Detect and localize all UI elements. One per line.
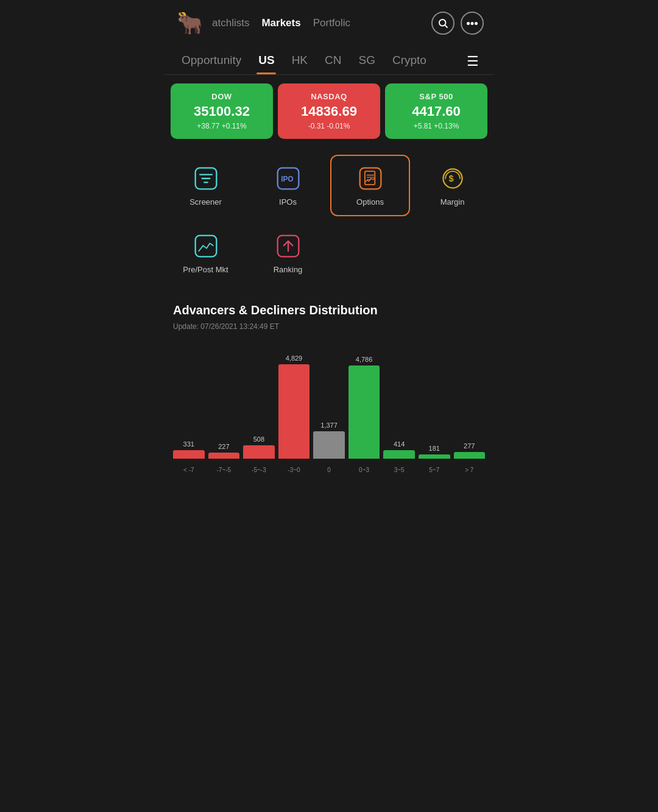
ranking-icon <box>274 232 302 260</box>
bar-count-5to3: 508 <box>253 436 264 443</box>
tab-cn[interactable]: CN <box>317 49 348 74</box>
bar-5to7: 181 5~7 <box>419 343 450 459</box>
nasdaq-name: NASDAQ <box>311 92 347 101</box>
dow-name: DOW <box>211 92 232 101</box>
bar-rect-7to5 <box>208 453 240 459</box>
bar-3to0: 4,829 -3~0 <box>278 343 310 459</box>
nav-markets[interactable]: Markets <box>255 17 306 29</box>
more-button[interactable] <box>461 12 484 35</box>
bar-5to3: 508 -5~-3 <box>243 343 275 459</box>
tab-us[interactable]: US <box>251 49 281 74</box>
nav-portfolio[interactable]: Portfolic <box>307 17 356 29</box>
tab-sg[interactable]: SG <box>352 49 383 74</box>
nav-items: atchlists Markets Portfolic <box>206 17 426 29</box>
bar-count-0to3: 4,786 <box>356 356 373 363</box>
bar-rect-lt7 <box>173 450 205 459</box>
svg-text:🐂: 🐂 <box>177 10 201 35</box>
bar-label-lt7: < -7 <box>183 467 194 473</box>
chart-update: Update: 07/26/2021 13:24:49 ET <box>173 322 485 331</box>
prepost-label: Pre/Post Mkt <box>183 265 228 274</box>
svg-point-6 <box>475 22 478 25</box>
bar-count-3to5: 414 <box>394 440 405 448</box>
tool-prepost[interactable]: Pre/Post Mkt <box>164 224 247 283</box>
bar-rect-5to3 <box>243 445 275 459</box>
svg-text:$: $ <box>448 174 453 183</box>
tab-crypto[interactable]: Crypto <box>385 49 434 74</box>
tool-screener[interactable]: Screener <box>164 154 247 217</box>
bar-rect-3to5 <box>383 450 415 459</box>
bar-label-5to7: 5~7 <box>429 467 439 473</box>
search-button[interactable] <box>431 12 455 35</box>
svg-rect-14 <box>364 171 374 185</box>
bar-count-7to5: 227 <box>218 443 229 450</box>
bar-count-lt7: 331 <box>183 440 194 448</box>
bar-label-5to3: -5~-3 <box>252 467 266 473</box>
bar-rect-0to3 <box>348 365 380 459</box>
tool-ranking[interactable]: Ranking <box>247 224 329 283</box>
options-label: Options <box>356 197 384 207</box>
bar-7to5: 227 -7~-5 <box>208 343 240 459</box>
bar-3to5: 414 3~5 <box>383 343 415 459</box>
bar-count-5to7: 181 <box>429 445 440 452</box>
tab-hk[interactable]: HK <box>285 49 315 74</box>
tab-opportunity[interactable]: Opportunity <box>174 49 249 74</box>
svg-point-4 <box>467 22 470 25</box>
market-card-sp500[interactable]: S&P 500 4417.60 +5.81 +0.13% <box>385 83 487 139</box>
bar-count-gt7: 277 <box>464 442 475 450</box>
bar-count-3to0: 4,829 <box>286 355 303 362</box>
bar-rect-5to7 <box>419 454 450 459</box>
sp500-change: +5.81 +0.13% <box>414 122 459 130</box>
sp500-value: 4417.60 <box>412 104 461 119</box>
bar-rect-gt7 <box>454 452 486 459</box>
tool-spacer <box>329 224 494 283</box>
bar-chart: 331 < -7 227 -7~-5 508 -5~-3 4,829 -3~0 … <box>173 343 485 477</box>
nasdaq-change: -0.31 -0.01% <box>308 122 350 130</box>
screener-label: Screener <box>189 197 222 207</box>
header: 🐂 atchlists Markets Portfolic <box>164 0 494 44</box>
bar-rect-zero <box>313 431 345 459</box>
nasdaq-value: 14836.69 <box>301 104 357 119</box>
tool-options[interactable]: Options <box>330 155 410 216</box>
bar-gt7: 277 > 7 <box>454 343 486 459</box>
margin-icon: $ <box>439 164 467 192</box>
bar-0to3: 4,786 0~3 <box>348 343 380 459</box>
screener-icon <box>192 164 220 192</box>
bar-zero: 1,377 0 <box>313 343 345 459</box>
bar-label-gt7: > 7 <box>465 467 473 473</box>
logo-icon[interactable]: 🐂 <box>174 9 201 38</box>
svg-text:IPO: IPO <box>281 175 293 183</box>
dow-value: 35100.32 <box>194 104 250 119</box>
tool-margin[interactable]: $ Margin <box>411 154 494 217</box>
chart-title: Advancers & Decliners Distribution <box>173 303 485 317</box>
ranking-label: Ranking <box>274 265 303 274</box>
svg-point-2 <box>439 19 446 26</box>
market-card-nasdaq[interactable]: NASDAQ 14836.69 -0.31 -0.01% <box>278 83 380 139</box>
dow-change: +38.77 +0.11% <box>197 122 246 130</box>
market-card-dow[interactable]: DOW 35100.32 +38.77 +0.11% <box>171 83 273 139</box>
header-icons <box>431 12 484 35</box>
margin-label: Margin <box>440 197 465 207</box>
bar-label-0to3: 0~3 <box>359 467 369 473</box>
bar-label-zero: 0 <box>327 467 331 473</box>
svg-line-3 <box>445 25 447 27</box>
bar-count-zero: 1,377 <box>320 422 338 429</box>
bar-rect-3to0 <box>278 364 310 459</box>
market-cards: DOW 35100.32 +38.77 +0.11% NASDAQ 14836.… <box>164 75 494 147</box>
ipos-label: IPOs <box>279 197 297 207</box>
chart-section: Advancers & Decliners Distribution Updat… <box>164 291 494 483</box>
svg-point-5 <box>471 22 474 25</box>
svg-rect-20 <box>195 236 216 257</box>
tool-grid-row1: Screener IPO IPOs Options <box>164 147 494 224</box>
bar-lt-7: 331 < -7 <box>173 343 205 459</box>
nav-watchlists[interactable]: atchlists <box>206 17 255 29</box>
prepost-icon <box>192 232 220 260</box>
bar-label-3to0: -3~0 <box>288 467 300 473</box>
tab-menu-icon[interactable]: ☰ <box>462 51 484 72</box>
sp500-name: S&P 500 <box>419 92 453 101</box>
tool-ipos[interactable]: IPO IPOs <box>247 154 329 217</box>
options-icon <box>356 164 384 192</box>
tool-grid-row2: Pre/Post Mkt Ranking <box>164 224 494 291</box>
bar-label-3to5: 3~5 <box>394 467 405 473</box>
tab-bar: Opportunity US HK CN SG Crypto ☰ <box>164 44 494 75</box>
ipos-icon: IPO <box>274 164 302 192</box>
